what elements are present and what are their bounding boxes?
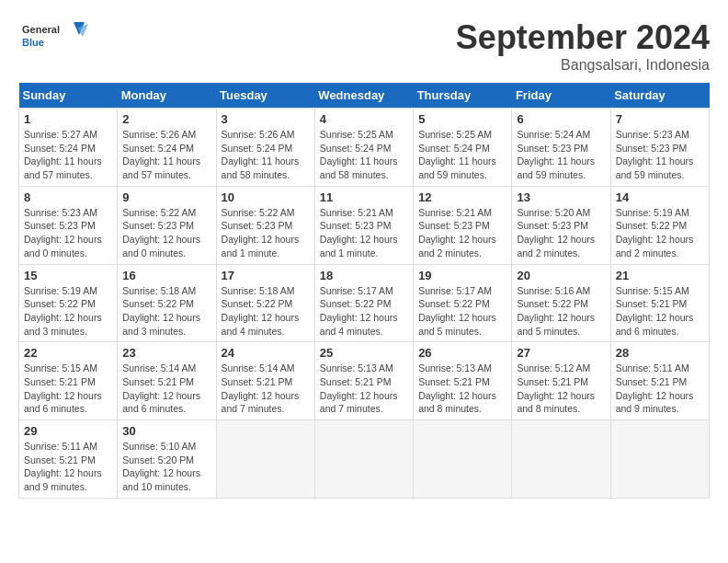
calendar-table: SundayMondayTuesdayWednesdayThursdayFrid… [18,83,710,499]
calendar-day-cell: 9Sunrise: 5:22 AMSunset: 5:23 PMDaylight… [118,186,216,264]
logo-svg: General Blue [18,18,92,60]
calendar-day-cell: 21Sunrise: 5:15 AMSunset: 5:21 PMDayligh… [610,264,709,342]
calendar-week-row: 15Sunrise: 5:19 AMSunset: 5:22 PMDayligh… [19,264,710,342]
calendar-day-cell: 19Sunrise: 5:17 AMSunset: 5:22 PMDayligh… [414,264,512,342]
calendar-week-row: 22Sunrise: 5:15 AMSunset: 5:21 PMDayligh… [19,342,710,420]
calendar-day-cell: 25Sunrise: 5:13 AMSunset: 5:21 PMDayligh… [314,342,413,420]
calendar-day-cell: 15Sunrise: 5:19 AMSunset: 5:22 PMDayligh… [19,264,118,342]
calendar-day-cell: 8Sunrise: 5:23 AMSunset: 5:23 PMDaylight… [19,186,118,264]
calendar-week-row: 1Sunrise: 5:27 AMSunset: 5:24 PMDaylight… [19,109,710,187]
logo: General Blue [18,18,92,60]
calendar-day-cell: 4Sunrise: 5:25 AMSunset: 5:24 PMDaylight… [314,109,413,187]
calendar-day-cell [512,420,610,499]
calendar-day-cell: 24Sunrise: 5:14 AMSunset: 5:21 PMDayligh… [216,342,314,420]
calendar-day-cell: 14Sunrise: 5:19 AMSunset: 5:22 PMDayligh… [610,186,709,264]
calendar-day-header: Sunday [19,83,118,109]
calendar-day-cell [314,420,413,499]
calendar-day-cell: 22Sunrise: 5:15 AMSunset: 5:21 PMDayligh… [19,342,118,420]
calendar-day-header: Thursday [414,83,512,109]
calendar-day-cell: 28Sunrise: 5:11 AMSunset: 5:21 PMDayligh… [610,342,709,420]
calendar-day-cell: 29Sunrise: 5:11 AMSunset: 5:21 PMDayligh… [19,420,118,499]
calendar-day-header: Tuesday [216,83,314,109]
calendar-day-cell: 16Sunrise: 5:18 AMSunset: 5:22 PMDayligh… [118,264,216,342]
calendar-day-cell: 13Sunrise: 5:20 AMSunset: 5:23 PMDayligh… [512,186,610,264]
calendar-day-cell [414,420,512,499]
calendar-day-cell: 27Sunrise: 5:12 AMSunset: 5:21 PMDayligh… [512,342,610,420]
title-block: September 2024 Bangsalsari, Indonesia [456,18,710,74]
calendar-day-cell: 23Sunrise: 5:14 AMSunset: 5:21 PMDayligh… [118,342,216,420]
calendar-day-cell: 6Sunrise: 5:24 AMSunset: 5:23 PMDaylight… [512,109,610,187]
month-title: September 2024 [456,18,710,57]
calendar-week-row: 8Sunrise: 5:23 AMSunset: 5:23 PMDaylight… [19,186,710,264]
svg-text:General: General [22,24,60,35]
calendar-day-cell: 26Sunrise: 5:13 AMSunset: 5:21 PMDayligh… [414,342,512,420]
svg-text:Blue: Blue [22,37,44,48]
calendar-day-cell: 3Sunrise: 5:26 AMSunset: 5:24 PMDaylight… [216,109,314,187]
calendar-day-header: Monday [118,83,216,109]
calendar-day-cell [610,420,709,499]
calendar-header-row: SundayMondayTuesdayWednesdayThursdayFrid… [19,83,710,109]
calendar-day-cell: 2Sunrise: 5:26 AMSunset: 5:24 PMDaylight… [118,109,216,187]
calendar-day-cell: 30Sunrise: 5:10 AMSunset: 5:20 PMDayligh… [118,420,216,499]
calendar-day-header: Wednesday [314,83,413,109]
calendar-day-header: Saturday [610,83,709,109]
page-header: General Blue September 2024 Bangsalsari,… [18,18,710,74]
calendar-day-cell: 10Sunrise: 5:22 AMSunset: 5:23 PMDayligh… [216,186,314,264]
calendar-day-cell [216,420,314,499]
calendar-day-cell: 11Sunrise: 5:21 AMSunset: 5:23 PMDayligh… [314,186,413,264]
calendar-day-cell: 20Sunrise: 5:16 AMSunset: 5:22 PMDayligh… [512,264,610,342]
calendar-day-cell: 7Sunrise: 5:23 AMSunset: 5:23 PMDaylight… [610,109,709,187]
location: Bangsalsari, Indonesia [456,57,710,74]
calendar-day-cell: 12Sunrise: 5:21 AMSunset: 5:23 PMDayligh… [414,186,512,264]
calendar-day-cell: 18Sunrise: 5:17 AMSunset: 5:22 PMDayligh… [314,264,413,342]
calendar-day-cell: 1Sunrise: 5:27 AMSunset: 5:24 PMDaylight… [19,109,118,187]
calendar-day-cell: 17Sunrise: 5:18 AMSunset: 5:22 PMDayligh… [216,264,314,342]
calendar-week-row: 29Sunrise: 5:11 AMSunset: 5:21 PMDayligh… [19,420,710,499]
calendar-day-header: Friday [512,83,610,109]
calendar-day-cell: 5Sunrise: 5:25 AMSunset: 5:24 PMDaylight… [414,109,512,187]
